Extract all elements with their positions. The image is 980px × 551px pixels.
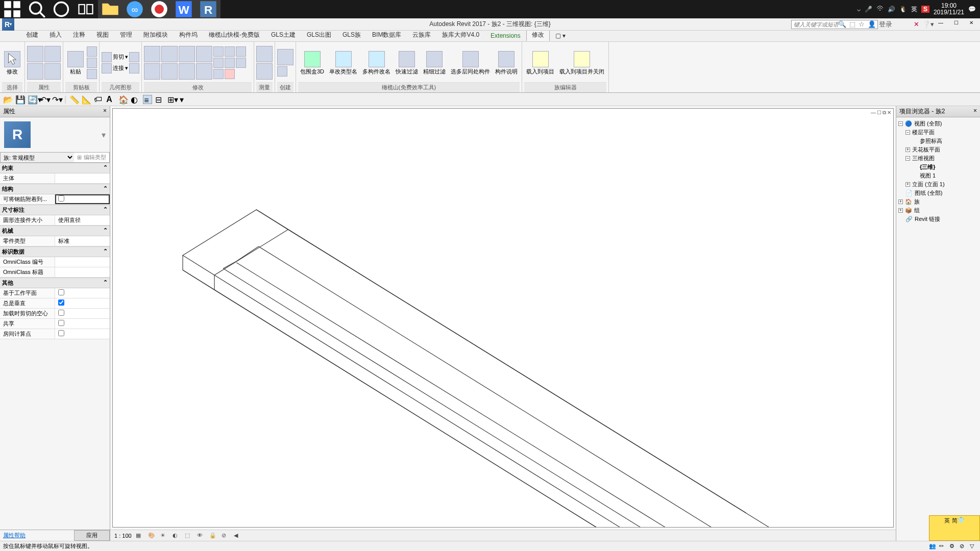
favorite-icon[interactable]: ☆ (859, 20, 865, 28)
collapse-icon[interactable]: ⌃ (103, 248, 108, 256)
plus-icon[interactable]: + (898, 208, 903, 213)
view-close-icon[interactable]: ✕ (887, 110, 891, 116)
tree-floorplans[interactable]: −楼层平面 (898, 128, 978, 137)
switch-windows-icon[interactable]: ⊞▾ (167, 95, 177, 104)
text-icon[interactable]: A (106, 95, 115, 104)
rotate-icon[interactable] (179, 63, 195, 80)
align-dim-icon[interactable]: 📐 (82, 95, 91, 104)
apply-button[interactable]: 应用 (74, 530, 110, 541)
cortana-button[interactable] (49, 0, 74, 18)
multi-rename-button[interactable]: 多构件改名 (360, 50, 393, 76)
clock[interactable]: 19:00 2019/11/21 (934, 3, 964, 16)
detail-level-icon[interactable]: ▦ (136, 532, 144, 539)
delete-icon[interactable] (225, 69, 235, 79)
prop-rebar-val[interactable] (55, 194, 110, 204)
fine-filter-button[interactable]: 精细过滤 (421, 50, 448, 76)
copy-icon[interactable] (87, 58, 97, 68)
tab-context[interactable]: ▢ ▾ (550, 30, 571, 41)
user-icon[interactable]: 👤 (868, 20, 876, 28)
multifloor-button[interactable]: 选多层同处构件 (449, 50, 492, 76)
search-button[interactable] (24, 0, 49, 18)
maximize-button[interactable]: ☐ (948, 18, 964, 27)
split-icon[interactable] (213, 46, 224, 57)
tree-links[interactable]: 🔗 Revit 链接 (898, 215, 978, 223)
qq-icon[interactable]: 🐧 (899, 6, 907, 13)
tree-ceiling[interactable]: +天花板平面 (898, 145, 978, 154)
group-icon[interactable] (236, 58, 246, 68)
create-similar-icon[interactable] (277, 49, 293, 65)
reveal-icon[interactable]: ◀ (234, 532, 242, 539)
record-app[interactable] (147, 0, 172, 18)
visual-style-icon[interactable]: 🎨 (148, 532, 156, 539)
collapse-icon[interactable]: ⌃ (103, 206, 108, 214)
edit-type-button[interactable]: ⊞ 编辑类型 (74, 153, 109, 162)
move-icon[interactable] (144, 63, 160, 80)
collapse-icon[interactable]: ⌃ (103, 279, 108, 287)
close-icon[interactable]: × (103, 107, 107, 116)
plus-icon[interactable]: + (905, 147, 910, 152)
tree-views[interactable]: −🔵 视图 (全部) (898, 119, 978, 128)
family-cat-icon[interactable] (44, 63, 61, 80)
tree-3d-view1[interactable]: 视图 1 (898, 171, 978, 180)
plus-icon[interactable]: + (905, 182, 910, 187)
scale-selector[interactable]: 1 : 100 (114, 533, 132, 539)
type-dropdown-icon[interactable]: ▾ (102, 130, 106, 140)
help-icon[interactable]: ❔▾ (922, 20, 934, 28)
workplane-checkbox[interactable] (58, 289, 64, 295)
design-options-icon[interactable]: ⚙ (949, 543, 957, 550)
tree-3d-current[interactable]: {三维} (898, 163, 978, 171)
properties-help-link[interactable]: 属性帮助 (0, 530, 74, 541)
info-button[interactable]: 构件说明 (493, 50, 520, 76)
dropdown-icon[interactable]: ▾ (125, 54, 128, 60)
infocenter-icon[interactable]: 🔍 (838, 20, 846, 28)
tree-sheets[interactable]: 📄 图纸 (全部) (898, 189, 978, 197)
unpin-icon[interactable] (225, 58, 235, 68)
minimize-button[interactable]: — (933, 18, 948, 27)
crop-icon[interactable]: ⬚ (185, 532, 193, 539)
open-icon[interactable]: 📂 (3, 95, 12, 104)
ime-floating-bar[interactable]: 英 简 👕 (929, 515, 980, 541)
fast-filter-button[interactable]: 快速过滤 (394, 50, 420, 76)
vertical-checkbox[interactable] (58, 299, 64, 306)
offset-icon[interactable] (161, 46, 178, 62)
collapse-icon[interactable]: ⌃ (103, 164, 108, 172)
lock-icon[interactable]: 🔒 (209, 532, 217, 539)
demolish-icon[interactable] (213, 69, 224, 79)
view-restore-icon[interactable]: ⧉ (883, 110, 886, 116)
cut-geom-icon[interactable] (102, 52, 112, 62)
copy-mod-icon[interactable] (161, 63, 178, 80)
editable-only-icon[interactable]: ✏ (939, 543, 946, 550)
hide-icon[interactable]: ⊘ (222, 532, 230, 539)
section-icon[interactable]: ◐ (131, 95, 140, 104)
load-close-button[interactable]: 载入到项目并关闭 (557, 50, 606, 76)
measure-qat-icon[interactable]: 📏 (69, 95, 79, 104)
tree-elev[interactable]: +立面 (立面 1) (898, 180, 978, 189)
room-checkbox[interactable] (58, 330, 64, 336)
prop-room-val[interactable] (55, 329, 110, 339)
exclude-icon[interactable]: ⊘ (960, 543, 967, 550)
close-inactive-icon[interactable]: ⊟ (155, 95, 164, 104)
dropdown-icon[interactable]: ▾ (125, 65, 128, 71)
family-types-icon[interactable] (44, 46, 61, 62)
save-icon[interactable]: 💾 (15, 95, 24, 104)
cope-icon[interactable] (129, 52, 139, 62)
load-project-button[interactable]: 载入到项目 (524, 50, 556, 76)
split-face-icon[interactable] (129, 63, 139, 73)
close-button[interactable]: ✕ (964, 18, 979, 27)
modify-button[interactable]: 修改 (2, 50, 22, 76)
customize-icon[interactable]: ▾ (180, 95, 189, 104)
props-icon[interactable] (27, 46, 43, 62)
shadows-icon[interactable]: ◐ (173, 532, 181, 539)
single-rename-button[interactable]: 单改类型名 (327, 50, 359, 76)
prop-host-val[interactable] (55, 173, 110, 183)
prop-omni-title-val[interactable] (55, 267, 110, 277)
sync-icon[interactable]: 🔄▾ (28, 95, 37, 104)
mic-icon[interactable]: 🎤 (865, 6, 872, 13)
type-props-icon[interactable] (27, 63, 43, 80)
mirror-icon[interactable] (179, 46, 195, 62)
join-geom-icon[interactable] (102, 63, 112, 73)
create-group-icon[interactable] (277, 66, 287, 77)
tree-3d[interactable]: −三维视图 (898, 154, 978, 163)
share-checkbox[interactable] (58, 320, 64, 326)
3d-icon[interactable]: 🏠▾ (118, 95, 128, 104)
